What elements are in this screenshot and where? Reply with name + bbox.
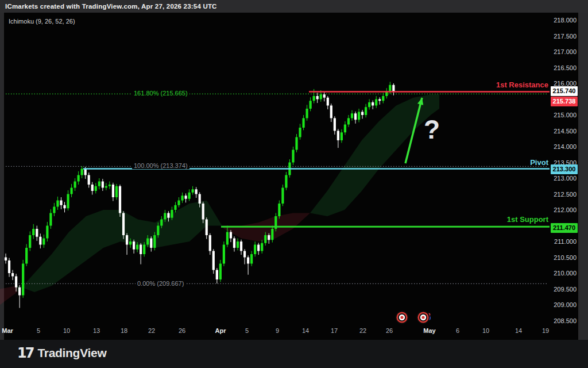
price-chart[interactable] — [0, 0, 588, 368]
fib-level-label-0[interactable]: 0.00% (209.667) — [136, 280, 185, 287]
resistance-price-badge: 215.738 — [551, 97, 578, 106]
time-axis-label: 10 — [474, 327, 497, 334]
price-axis-label: 214.000 — [550, 143, 577, 150]
resistance-label[interactable]: 1st Resistance — [376, 80, 548, 89]
fib-level-label-161[interactable]: 161.80% (215.665) — [132, 90, 189, 97]
tradingview-logo[interactable]: 17 TradingView — [17, 345, 106, 361]
time-axis-label: 10 — [55, 327, 78, 334]
time-axis-label: 18 — [113, 327, 136, 334]
time-axis-label: 22 — [351, 327, 374, 334]
support-price-badge: 211.470 — [551, 223, 578, 233]
time-axis-label: 14 — [507, 327, 530, 334]
price-axis-label: 213.000 — [550, 175, 577, 182]
indicator-legend[interactable]: Ichimoku (9, 26, 52, 26) — [9, 18, 75, 25]
last-price-badge: 215.740 — [551, 86, 578, 96]
tradingview-wordmark: TradingView — [37, 346, 106, 360]
footer-bar: 17 TradingView — [0, 340, 588, 368]
price-axis-label: 211.000 — [550, 238, 577, 245]
time-axis-label: 14 — [294, 327, 317, 334]
time-axis-label: 5 — [235, 327, 258, 334]
tradingview-window: ICmarkets created with TradingView.com, … — [0, 0, 588, 368]
time-axis-label: 17 — [323, 327, 346, 334]
record-sticker-icon-1[interactable] — [396, 311, 409, 324]
price-axis-label: 218.000 — [550, 17, 577, 24]
price-axis-label: 216.500 — [550, 64, 577, 71]
time-axis-label: May — [418, 327, 441, 334]
time-axis-label: 26 — [378, 327, 401, 334]
pivot-label[interactable]: Pivot — [376, 158, 548, 167]
time-axis-label: 5 — [27, 327, 50, 334]
record-sticker-icon-2[interactable] — [417, 311, 431, 324]
tradingview-logo-icon: 17 — [17, 345, 33, 361]
time-axis-label: Apr — [209, 327, 232, 334]
time-axis-label: Mar — [0, 327, 19, 334]
time-axis-label: 26 — [171, 327, 194, 334]
fib-level-label-100[interactable]: 100.00% (213.374) — [132, 162, 189, 169]
price-axis-label: 209.500 — [550, 286, 577, 293]
time-axis-label: 13 — [85, 327, 108, 334]
price-axis-label: 212.000 — [550, 206, 577, 213]
price-axis-label: 210.000 — [550, 270, 577, 277]
time-axis-label: 19 — [534, 327, 557, 334]
question-mark-annotation[interactable]: ? — [424, 114, 440, 145]
time-axis-label: 22 — [140, 327, 163, 334]
price-axis-label: 208.500 — [550, 317, 577, 324]
price-axis-label: 214.500 — [550, 128, 577, 135]
price-axis-label: 217.500 — [550, 33, 577, 40]
price-axis-label: 217.000 — [550, 48, 577, 55]
price-axis-label: 212.500 — [550, 191, 577, 198]
pivot-price-badge: 213.300 — [551, 164, 578, 174]
indicator-legend-label: Ichimoku (9, 26, 52, 26) — [9, 18, 75, 25]
time-axis-label: 9 — [266, 327, 289, 334]
support-label[interactable]: 1st Support — [376, 215, 548, 224]
price-axis-label: 210.500 — [550, 254, 577, 261]
price-axis-label: 215.000 — [550, 112, 577, 118]
time-axis-label: 6 — [446, 327, 469, 334]
price-axis-label: 209.000 — [550, 301, 577, 308]
